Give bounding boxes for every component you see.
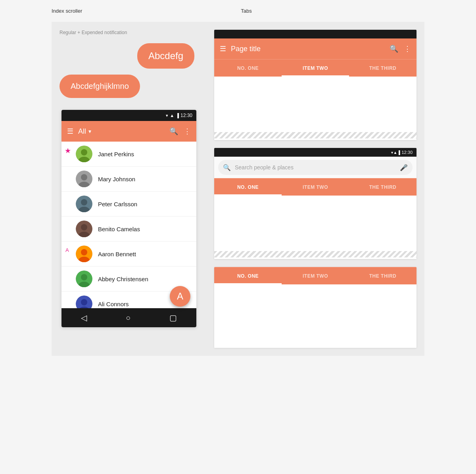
app-bar-actions: 🔍 ⋮ (390, 44, 411, 53)
toolbar-title-text: All (78, 127, 86, 136)
tab-item-two[interactable]: ITEM TWO (282, 59, 349, 77)
contact-item[interactable]: Peter Carlsson (61, 192, 196, 217)
svg-point-1 (81, 149, 87, 155)
index-scroller-label: Index scroller (52, 8, 82, 14)
search-bar-container: 🔍 Search people & places 🎤 (214, 157, 416, 178)
tab-status-bar-1 (214, 30, 416, 38)
page-title: Page title (231, 45, 385, 53)
svg-point-4 (81, 174, 87, 180)
tab-no-one[interactable]: NO. ONE (214, 59, 282, 77)
contact-name: Benito Camelas (98, 226, 140, 232)
tab-phone-1: ☰ Page title 🔍 ⋮ NO. ONE ITEM TWO THE TH… (214, 30, 416, 140)
tab-the-third-2[interactable]: THE THIRD (349, 178, 416, 196)
svg-point-7 (81, 199, 87, 205)
svg-point-10 (81, 224, 87, 230)
tab-bar-2[interactable]: NO. ONE ITEM TWO THE THIRD (214, 178, 416, 196)
avatar (76, 196, 92, 212)
tab-content-3 (214, 284, 416, 348)
avatar (76, 146, 92, 162)
phone-mockup: ▾ ▲ ▐ 12:30 ☰ All ▾ 🔍 ⋮ (60, 110, 198, 327)
mic-icon[interactable]: 🎤 (400, 164, 408, 171)
tab-bar-3[interactable]: NO. ONE ITEM TWO THE THIRD (214, 267, 416, 284)
dropdown-arrow-icon[interactable]: ▾ (88, 128, 91, 134)
tab-phone-2: ▾▲▐ 12:30 🔍 Search people & places 🎤 NO.… (214, 148, 416, 259)
tab-content-2 (214, 196, 416, 259)
tab-the-third-3[interactable]: THE THIRD (349, 267, 416, 284)
toolbar-actions: 🔍 ⋮ (169, 127, 191, 136)
chat-bubbles: Abcdefg Abcdefghijklmno (60, 43, 198, 98)
search-placeholder: Search people & places (235, 164, 396, 171)
contact-item[interactable]: Benito Camelas (61, 217, 196, 242)
contact-list[interactable]: ★ Janet Perkins (61, 142, 196, 308)
tab-status-bar-2: ▾▲▐ 12:30 (214, 148, 416, 157)
right-panel: ☰ Page title 🔍 ⋮ NO. ONE ITEM TWO THE TH… (206, 22, 424, 356)
phone-toolbar: ☰ All ▾ 🔍 ⋮ (61, 121, 196, 142)
signal-icon: ▲ (170, 113, 174, 118)
search-icon: 🔍 (223, 164, 231, 171)
avatar (76, 296, 92, 308)
tab-content-1 (214, 77, 416, 140)
hamburger-icon[interactable]: ☰ (220, 44, 226, 53)
alpha-section-marker: A (65, 247, 69, 253)
tab-item-two-3[interactable]: ITEM TWO (282, 267, 349, 284)
more-options-icon[interactable]: ⋮ (404, 44, 411, 53)
tab-the-third[interactable]: THE THIRD (349, 59, 416, 77)
contact-item[interactable]: ★ Janet Perkins (61, 142, 196, 167)
tab-app-bar-1: ☰ Page title 🔍 ⋮ (214, 38, 416, 59)
contact-name: Janet Perkins (98, 151, 134, 157)
nav-bar: ◁ ○ ▢ (61, 308, 196, 327)
contact-item[interactable]: A Aaron Bennett (61, 242, 196, 267)
avatar (76, 271, 92, 287)
status-icons: ▾ ▲ ▐ (166, 113, 179, 118)
tab-no-one-2[interactable]: NO. ONE (214, 178, 282, 196)
contact-name: Peter Carlsson (98, 201, 137, 207)
fab-button[interactable]: A (170, 286, 190, 307)
svg-point-16 (81, 274, 87, 280)
contact-name: Mary Johnson (98, 176, 135, 182)
search-icon[interactable]: 🔍 (169, 127, 178, 136)
svg-point-19 (81, 299, 87, 305)
tabs-label: Tabs (241, 8, 251, 14)
search-bar[interactable]: 🔍 Search people & places 🎤 (218, 160, 413, 175)
battery-icon: ▐ (176, 113, 179, 118)
status-time: 12:30 (180, 113, 192, 118)
contact-name: Ali Connors (98, 301, 129, 307)
star-section-marker: ★ (65, 146, 71, 155)
home-icon[interactable]: ○ (126, 313, 131, 322)
avatar (76, 171, 92, 187)
svg-point-13 (81, 249, 87, 255)
tab-item-two-2[interactable]: ITEM TWO (282, 178, 349, 196)
avatar (76, 246, 92, 262)
status-time-2: 12:30 (401, 150, 413, 155)
status-bar: ▾ ▲ ▐ 12:30 (61, 110, 196, 121)
bubble-short: Abcdefg (137, 43, 194, 69)
contact-name: Aaron Bennett (98, 251, 136, 257)
left-panel: Regular + Expended notification Abcdefg … (52, 22, 206, 356)
wifi-icon: ▾ (166, 113, 168, 118)
notification-label: Regular + Expended notification (60, 30, 198, 35)
contact-name: Abbey Christensen (98, 276, 148, 282)
recents-icon[interactable]: ▢ (169, 313, 177, 322)
avatar (76, 221, 92, 237)
hamburger-icon[interactable]: ☰ (67, 127, 73, 136)
tab-no-one-3[interactable]: NO. ONE (214, 267, 282, 284)
toolbar-title-area: All ▾ (78, 127, 165, 136)
back-icon[interactable]: ◁ (81, 313, 87, 322)
contact-item[interactable]: Mary Johnson (61, 167, 196, 192)
search-icon[interactable]: 🔍 (390, 44, 398, 53)
more-options-icon[interactable]: ⋮ (184, 127, 191, 136)
bubble-long: Abcdefghijklmno (60, 75, 140, 98)
tab-phone-3: NO. ONE ITEM TWO THE THIRD (214, 267, 416, 348)
tab-bar-1[interactable]: NO. ONE ITEM TWO THE THIRD (214, 59, 416, 77)
